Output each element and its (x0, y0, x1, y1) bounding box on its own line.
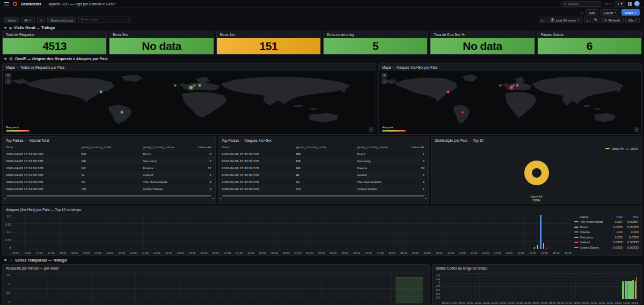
panel-title[interactable]: Erros 5xx (109, 31, 213, 38)
zoom-out-button[interactable]: − (5, 79, 11, 84)
x-axis-tick: 14:30 (541, 251, 548, 255)
panel-title[interactable]: Ataques (4xx+5xx) por País — Top 10 no t… (3, 206, 641, 213)
panel-title[interactable]: Top Países — Ataques 4xx+5xx (218, 137, 428, 144)
donut-legend-item[interactable]: Value #A 1 100% (605, 147, 638, 150)
map-data-point[interactable] (513, 85, 515, 86)
scroll-left-icon[interactable]: ◀ (4, 197, 5, 200)
table-cell: 4 (407, 180, 428, 184)
series-bar (622, 281, 624, 299)
logs-search-input[interactable]: Enter value (78, 17, 130, 23)
legend-item[interactable]: Germany0.2330.0333 (574, 235, 639, 240)
map-data-point[interactable] (194, 85, 195, 86)
legend-column-header[interactable]: Max (624, 215, 639, 219)
legend-column-header[interactable]: Name (580, 215, 606, 219)
grafana-logo[interactable] (12, 1, 18, 6)
zoom-out-button[interactable]: − (382, 79, 387, 84)
favorite-star-icon[interactable]: ☆ (581, 11, 584, 14)
export-button[interactable]: Export▾ (601, 9, 619, 16)
x-axis-tick: 21:00 (483, 301, 490, 304)
y-axis: 1.510.50 (4, 273, 10, 303)
column-header[interactable]: Value #A (194, 145, 215, 149)
legend-item[interactable]: Brazil0.03330.00333 (574, 224, 639, 230)
section-geoip-header[interactable]: GeoIP — Origem dos Requests e Ataques po… (0, 56, 644, 62)
y-axis-tick: 0 (9, 300, 10, 303)
map-data-point[interactable] (516, 84, 518, 86)
x-axis-tick: 19:00 (466, 301, 473, 304)
panel-title[interactable]: Distribuição por País — Top 10 (431, 137, 641, 144)
new-dashboard-button[interactable]: +▾ (614, 1, 625, 7)
vhost-variable-value[interactable]: All✕ (21, 17, 35, 23)
column-header[interactable]: geoip_country_code (296, 145, 357, 149)
apps-grid-icon[interactable] (628, 2, 632, 6)
zoom-in-button[interactable]: + (5, 73, 11, 78)
map-data-point[interactable] (121, 111, 123, 113)
legend-item[interactable]: United States0.03330.00333 (574, 245, 639, 250)
scroll-right-icon[interactable]: ▶ (426, 197, 427, 200)
panel-title[interactable]: Total de Requests (3, 31, 106, 38)
map-legend-label: Requests (6, 126, 19, 129)
map-canvas[interactable]: + − Ataques i (379, 71, 641, 134)
column-header[interactable]: geoip_country_code (82, 145, 143, 149)
panel-title[interactable]: Erros 4xx (217, 31, 320, 38)
table-row: 2026-04-06 15:32:09.578USUnited States1 (3, 185, 215, 192)
map-data-point[interactable] (174, 84, 176, 86)
zoom-out-time-button[interactable] (592, 17, 599, 23)
panel-title[interactable]: Erros no error.log (324, 31, 427, 38)
map-data-point[interactable] (462, 111, 464, 113)
time-shift-back-button[interactable]: « (539, 17, 546, 23)
panel-title[interactable]: Mapa — Ataques 4xx+5xx por País (379, 64, 641, 71)
panel-title[interactable]: Top Países — Volume Total (3, 137, 215, 144)
map-data-point[interactable] (447, 91, 449, 93)
search-input[interactable]: Search... (560, 1, 602, 7)
menu-toggle-icon[interactable] (4, 2, 9, 6)
scroll-right-icon[interactable]: ▶ (213, 197, 214, 200)
map-data-point[interactable] (100, 91, 102, 93)
map-data-point[interactable] (199, 84, 201, 86)
x-axis-tick: 17:00 (450, 301, 457, 304)
breadcrumb-dashboards[interactable]: Dashboards (21, 2, 41, 6)
map-canvas[interactable]: + − Requests i (3, 71, 376, 134)
refresh-button[interactable]: ↻Refresh (601, 17, 624, 23)
refresh-interval-picker[interactable]: 30s▾ (625, 17, 640, 23)
chart-plot-area[interactable] (442, 273, 638, 299)
column-header[interactable]: Time (3, 145, 82, 149)
chart-plot-area[interactable] (12, 215, 572, 249)
breadcrumb-dashboard-title[interactable]: Apache SOC — Logs por Domínio e GeoIP (49, 2, 116, 6)
add-filter-button[interactable]: + (37, 17, 46, 23)
map-data-point[interactable] (189, 86, 193, 89)
time-range-picker[interactable]: Last 24 hours▾ (547, 17, 582, 23)
edit-button[interactable]: Edit (586, 9, 598, 16)
panel-title[interactable]: Taxa de Erro 5xx % (430, 31, 534, 38)
map-data-point[interactable] (499, 84, 501, 86)
legend-item[interactable]: France2.030.203 (574, 230, 639, 235)
remove-filter-icon[interactable]: ✕ (29, 18, 32, 22)
map-attribution-icon[interactable]: i (634, 127, 639, 132)
map-data-point[interactable] (510, 86, 513, 89)
map-attribution-icon[interactable]: i (369, 127, 374, 132)
column-header[interactable]: Time (218, 145, 296, 149)
panel-title[interactable]: Países Únicos (538, 31, 641, 38)
legend-item[interactable]: The Netherlands0.1070.00667 (574, 220, 639, 225)
zoom-in-button[interactable]: + (382, 73, 387, 78)
table-cell: Ireland (357, 173, 407, 177)
scroll-left-icon[interactable]: ◀ (219, 197, 221, 200)
legend-item[interactable]: Ireland0.03330.00333 (574, 240, 639, 245)
panel-title[interactable]: Requests por minuto — por vhost (3, 265, 429, 272)
column-header[interactable]: geoip_country_name (357, 145, 407, 149)
panel-title[interactable]: Mapa — Todos os Requests por País (3, 64, 376, 71)
section-series-header[interactable]: Séries Temporais — Tráfego (0, 257, 644, 263)
column-header[interactable]: Value #A (407, 145, 428, 149)
horizontal-scrollbar[interactable] (6, 195, 211, 197)
data-table: Timegeoip_country_codegeoip_country_name… (3, 144, 215, 192)
legend-column-header[interactable]: Total (608, 215, 623, 219)
time-shift-forward-button[interactable]: » (584, 17, 591, 23)
table-row: 2026-04-06 15:32:09.578DEGermany7 (3, 157, 215, 164)
column-header[interactable]: geoip_country_name (143, 145, 194, 149)
user-avatar[interactable] (634, 1, 640, 6)
panel-title[interactable]: Status Codes ao longo do tempo (433, 265, 641, 272)
share-button[interactable]: Share▾ (621, 9, 640, 16)
donut-ring[interactable] (524, 161, 549, 185)
horizontal-scrollbar[interactable] (222, 195, 425, 197)
section-overview-header[interactable]: ⊞ Visão Geral — Tráfego (0, 25, 644, 31)
chart-plot-area[interactable] (12, 273, 426, 303)
